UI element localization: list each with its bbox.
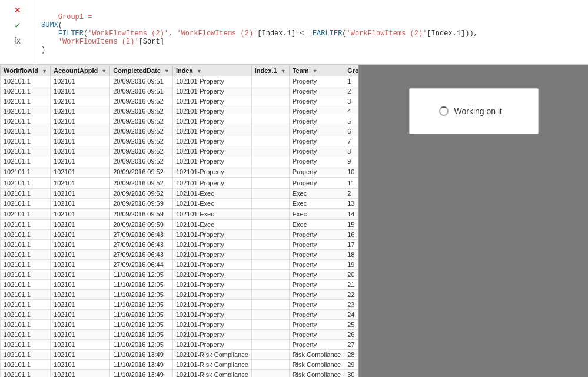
table-cell: 102101.1 (1, 166, 51, 178)
table-cell: 11/10/2016 13:49 (110, 370, 173, 378)
filter-icon-index[interactable]: ▼ (197, 68, 202, 74)
filter-icon-workflowid[interactable]: ▼ (42, 68, 47, 74)
formula-sumx: SUMX (41, 21, 58, 29)
table-cell: 20/09/2016 09:52 (110, 156, 173, 166)
table-cell: 20/09/2016 09:52 (110, 116, 173, 126)
table-cell (251, 250, 289, 260)
col-workflowid[interactable]: WorkflowId ▼ (1, 65, 51, 76)
table-cell: 25 (344, 320, 359, 330)
table-cell: 102101-Property (172, 146, 251, 156)
table-row: 102101.110210111/10/2016 12:05102101-Pro… (1, 320, 360, 330)
table-cell: Property (289, 330, 344, 340)
table-cell: 102101-Property (172, 106, 251, 116)
table-body: 102101.110210120/09/2016 09:51102101-Pro… (1, 76, 360, 378)
table-cell: 20/09/2016 09:52 (110, 166, 173, 178)
table-cell (251, 106, 289, 116)
table-cell: Exec (289, 220, 344, 230)
table-cell: Property (289, 116, 344, 126)
table-cell: 9 (344, 156, 359, 166)
table-cell: Exec (289, 189, 344, 199)
table-cell: 20/09/2016 09:52 (110, 189, 173, 199)
table-cell: 102101-Property (172, 126, 251, 136)
table-cell (251, 310, 289, 320)
col-completeddate[interactable]: CompletedDate ▼ (110, 65, 173, 76)
filter-icon-accountappid[interactable]: ▼ (101, 68, 107, 74)
table-cell: 102101.1 (1, 220, 51, 230)
table-cell (251, 330, 289, 340)
fx-button[interactable]: fx (11, 34, 24, 47)
table-cell: 15 (344, 220, 359, 230)
table-cell: 102101-Property (172, 240, 251, 250)
table-cell: 102101-Property (172, 250, 251, 260)
table-cell (251, 230, 289, 240)
col-accountappid[interactable]: AccountAppId ▼ (51, 65, 110, 76)
table-cell (251, 178, 289, 189)
col-team[interactable]: Team ▼ (289, 65, 344, 76)
table-cell (251, 126, 289, 136)
table-cell: 102101-Property (172, 330, 251, 340)
table-cell: 7 (344, 136, 359, 146)
col-index1[interactable]: Index.1 ▼ (251, 65, 289, 76)
table-cell: 18 (344, 250, 359, 260)
table-header-row: WorkflowId ▼ AccountAppId ▼ CompletedDat… (1, 65, 360, 76)
table-cell: 102101-Property (172, 156, 251, 166)
table-cell: 2 (344, 189, 359, 199)
table-cell: 102101 (51, 350, 110, 360)
table-cell: 16 (344, 230, 359, 240)
table-area[interactable]: WorkflowId ▼ AccountAppId ▼ CompletedDat… (0, 65, 359, 377)
table-cell: 102101 (51, 76, 110, 86)
working-box: Working on it (409, 88, 539, 134)
table-cell: Property (289, 300, 344, 310)
table-cell: 102101.1 (1, 310, 51, 320)
table-cell: 102101.1 (1, 260, 51, 270)
table-cell: 102101-Property (172, 290, 251, 300)
table-cell: 102101-Property (172, 86, 251, 96)
table-cell: 11/10/2016 12:05 (110, 300, 173, 310)
col-group[interactable]: Group ▼ (344, 65, 359, 76)
table-cell: 102101 (51, 330, 110, 340)
table-cell: 11/10/2016 12:05 (110, 280, 173, 290)
filter-icon-completeddate[interactable]: ▼ (164, 68, 170, 74)
table-cell: 102101 (51, 270, 110, 280)
table-cell: 102101 (51, 310, 110, 320)
table-cell: Property (289, 340, 344, 350)
cancel-formula-button[interactable]: ✕ (11, 4, 24, 16)
table-cell: 11 (344, 178, 359, 189)
table-row: 102101.110210120/09/2016 09:52102101-Pro… (1, 126, 360, 136)
filter-icon-team[interactable]: ▼ (313, 68, 318, 74)
table-cell: 20/09/2016 09:59 (110, 220, 173, 230)
table-cell: 102101.1 (1, 320, 51, 330)
table-cell: 20/09/2016 09:52 (110, 126, 173, 136)
table-cell: 102101.1 (1, 270, 51, 280)
table-cell: 11/10/2016 12:05 (110, 330, 173, 340)
table-cell: Exec (289, 209, 344, 220)
table-cell (251, 320, 289, 330)
table-cell: 102101 (51, 340, 110, 350)
table-cell: 102101.1 (1, 136, 51, 146)
table-cell: 20/09/2016 09:51 (110, 86, 173, 96)
table-cell: 102101-Property (172, 280, 251, 290)
filter-icon-index1[interactable]: ▼ (281, 68, 286, 74)
formula-content[interactable]: Group1 = SUMX( FILTER('WorkFlowItems (2)… (35, 0, 588, 64)
col-index[interactable]: Index ▼ (172, 65, 251, 76)
table-row: 102101.110210111/10/2016 13:49102101-Ris… (1, 360, 360, 370)
confirm-formula-button[interactable]: ✓ (11, 19, 24, 32)
table-row: 102101.110210120/09/2016 09:52102101-Pro… (1, 106, 360, 116)
table-cell (251, 86, 289, 96)
table-cell: Property (289, 240, 344, 250)
table-cell: 20/09/2016 09:51 (110, 76, 173, 86)
table-cell: 102101-Exec (172, 199, 251, 209)
table-row: 102101.110210120/09/2016 09:51102101-Pro… (1, 76, 360, 86)
table-cell: 17 (344, 240, 359, 250)
table-cell (251, 96, 289, 106)
table-row: 102101.110210111/10/2016 12:05102101-Pro… (1, 270, 360, 280)
table-cell: 102101 (51, 199, 110, 209)
table-cell: Property (289, 156, 344, 166)
table-cell (251, 370, 289, 378)
table-cell: 102101-Risk Compliance (172, 370, 251, 378)
table-cell: 102101 (51, 116, 110, 126)
table-cell: Exec (289, 199, 344, 209)
table-cell: 11/10/2016 12:05 (110, 290, 173, 300)
table-row: 102101.110210120/09/2016 09:59102101-Exe… (1, 199, 360, 209)
table-row: 102101.110210120/09/2016 09:52102101-Pro… (1, 146, 360, 156)
